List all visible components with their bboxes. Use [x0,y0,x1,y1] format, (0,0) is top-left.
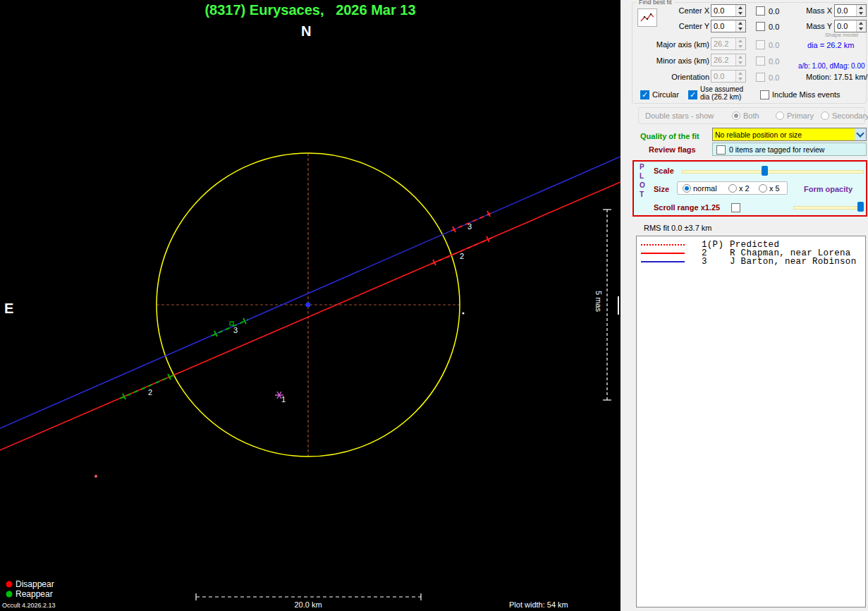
observer3-track-line[interactable] [0,157,621,428]
quality-label: Quality of the fit [640,132,699,140]
center-y-spinner[interactable]: 0.0 [711,20,746,32]
circular-label: Circular [652,90,679,99]
edge-tick [618,296,619,315]
slider-thumb[interactable] [857,202,864,212]
center-y-flag-value: 0.0 [769,23,779,31]
plot-letter-o: O [640,181,645,189]
mass-y-label: Mass Y [788,22,832,30]
minor-axis-label: Minor axis (km) [649,56,709,65]
spinner-down-icon [736,76,745,82]
observer-name: J Barton, near Robinson [730,258,865,266]
double-stars-both-label: Both [743,111,759,120]
east-label: E [4,301,13,317]
occultation-plot[interactable]: (8317) Eurysaces, 2026 Mar 13 N E 3 2 3 … [0,0,621,611]
slider-track [682,170,864,174]
chord3-label-left: 3 [233,326,238,334]
predicted-line-sample-icon [641,244,685,246]
rms-fit-readout: RMS fit 0.0 ±3.7 km [644,224,712,232]
observer2-line-sample-icon [641,253,685,254]
major-axis-spinner: 26.2 [711,37,746,50]
double-stars-primary-radio [776,111,784,120]
scroll-range-checkbox[interactable] [731,203,740,212]
size-x5-radio[interactable] [759,184,767,193]
center-x-flag-checkbox[interactable] [756,6,765,16]
double-stars-both-radio [732,111,740,120]
stray-red-dot [94,475,97,478]
center-x-spinner[interactable]: 0.0 [711,4,746,17]
spinner-down-icon[interactable] [857,11,866,16]
list-item[interactable]: 3 J Barton, near Robinson [637,258,865,266]
mass-x-label: Mass X [788,6,832,15]
orientation-flag-value: 0.0 [769,73,779,82]
orientation-label: Orientation [649,73,709,81]
scale-slider[interactable] [682,166,864,176]
find-best-fit-button[interactable] [637,8,657,27]
plot-width-label: Plot width: 54 km [509,600,568,609]
center-y-label: Center Y [663,22,709,30]
spinner-up-icon[interactable] [857,5,866,11]
spinner-up-icon[interactable] [736,20,745,26]
chord2-label-right: 2 [460,252,464,260]
scale-label: Scale [654,167,674,175]
review-flags-text: 0 items are tagged for review [729,145,824,154]
mass-y-spinner[interactable]: 0.0 [834,20,867,32]
stray-white-dot [463,313,465,315]
spinner-down-icon[interactable] [736,11,745,16]
size-normal-label: normal [693,184,717,193]
quality-dropdown[interactable]: No reliable position or size [712,128,867,141]
spinner-up-icon[interactable] [857,20,866,26]
fit-chart-icon [640,11,655,24]
scale-bar [196,593,421,600]
review-flags-checkbox[interactable] [716,145,726,155]
use-assumed-label-line2: dia (26.2 km) [700,93,741,101]
center-x-label: Center X [663,6,709,15]
find-best-fit-group: Find best fit [632,2,867,104]
review-flags-box: 0 items are tagged for review [712,143,867,156]
spinner-down-icon[interactable] [857,26,866,32]
plot-title: (8317) Eurysaces, 2026 Mar 13 [0,2,621,18]
size-x2-radio[interactable] [728,184,737,193]
circular-checkbox[interactable] [640,90,649,99]
app-version: Occult 4.2026.2.13 [2,602,56,609]
include-miss-checkbox[interactable] [760,90,769,99]
scroll-range-slider[interactable] [793,202,864,212]
include-miss-label: Include Miss events [772,90,841,99]
mass-x-spinner[interactable]: 0.0 [834,4,867,17]
plot-canvas[interactable] [0,0,621,611]
center-marker [306,303,310,307]
occult-window: (8317) Eurysaces, 2026 Mar 13 N E 3 2 3 … [0,0,868,611]
shape-model-label: Shape model [825,32,858,38]
disappear-chord2[interactable] [432,236,494,265]
find-best-fit-title: Find best fit [637,0,674,6]
reappear-dot-icon [6,591,13,598]
plot-controls-box: P L O T Scale Size normal x 2 x 5 Form o… [632,160,867,217]
use-assumed-dia-checkbox[interactable] [688,90,697,99]
spinner-up-icon [736,71,745,76]
size-normal-radio[interactable] [683,184,691,193]
spinner-up-icon[interactable] [736,5,745,11]
observers-listbox[interactable]: 1(P) Predicted 2 R Chapman, near Lorena … [636,236,866,607]
orientation-spinner: 0.0 [711,70,746,83]
spinner-down-icon[interactable] [736,26,745,32]
size-x5-label: x 5 [769,184,780,193]
minor-axis-spinner: 26.2 [711,54,746,66]
mas-scale-label: 5 mas [594,291,603,312]
mas-bracket [603,210,611,400]
double-stars-secondary-radio [821,111,829,120]
legend-reappear: Reappear [16,589,53,599]
center-y-flag-checkbox[interactable] [756,22,765,31]
north-label: N [301,23,311,40]
size-label: Size [654,185,669,193]
slider-thumb[interactable] [762,166,768,176]
slider-track [793,206,864,210]
plot-letter-l: L [640,172,644,180]
legend-disappear: Disappear [16,579,54,589]
scale-bar-label: 20.0 km [282,600,334,609]
observer2-track-line[interactable] [0,182,621,450]
plot-letter-p: P [640,163,644,171]
chevron-down-icon[interactable] [855,128,866,140]
chord3-label-right: 3 [467,222,472,231]
control-panel: Find best fit Center X 0.0 0.0 Mass X 0.… [621,0,868,611]
major-axis-flag-value: 0.0 [769,41,779,49]
observer-number: 3 [702,258,730,266]
